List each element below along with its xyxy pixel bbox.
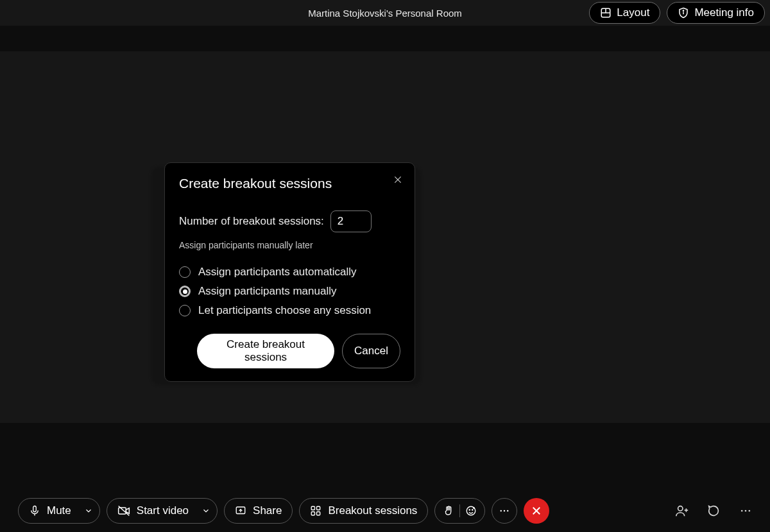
svg-point-25 [507, 510, 508, 511]
divider [459, 504, 460, 517]
radio-icon [179, 286, 191, 297]
close-icon [393, 175, 402, 184]
breakout-icon [310, 505, 321, 517]
radio-choose-any[interactable]: Let participants choose any session [179, 304, 400, 317]
share-screen-icon [235, 505, 246, 517]
mute-button[interactable]: Mute [18, 498, 100, 524]
meeting-info-label: Meeting info [694, 6, 754, 19]
participants-icon [675, 504, 689, 518]
emoji-icon [465, 505, 477, 517]
share-label: Share [253, 504, 282, 517]
breakout-sessions-button[interactable]: Breakout sessions [299, 498, 428, 524]
cancel-button[interactable]: Cancel [342, 334, 400, 368]
start-video-label: Start video [137, 504, 189, 517]
top-bar-right: Layout Meeting info [589, 2, 765, 24]
meeting-info-button[interactable]: Meeting info [667, 2, 765, 24]
raise-hand-icon [443, 505, 454, 517]
radio-label: Assign participants automatically [198, 266, 357, 279]
panel-options-button[interactable] [739, 504, 752, 517]
chevron-down-icon [84, 506, 93, 515]
layout-label: Layout [617, 6, 649, 19]
radio-label: Assign participants manually [198, 285, 336, 298]
svg-rect-9 [118, 508, 126, 514]
dialog-title: Create breakout sessions [179, 176, 400, 191]
right-icons [675, 504, 752, 518]
top-bar: Martina Stojkovski's Personal Room Layou… [0, 0, 770, 26]
start-video-button[interactable]: Start video [107, 498, 218, 524]
close-button[interactable] [390, 172, 406, 187]
svg-rect-14 [312, 506, 315, 510]
svg-point-24 [504, 510, 505, 511]
more-horizontal-icon [499, 505, 510, 517]
svg-point-32 [745, 510, 747, 512]
create-button[interactable]: Create breakout sessions [197, 334, 334, 368]
chevron-down-icon [201, 506, 210, 515]
chat-button[interactable] [707, 504, 721, 518]
dialog-actions: Create breakout sessions Cancel [179, 334, 400, 368]
svg-rect-7 [33, 506, 37, 512]
end-call-button[interactable] [524, 498, 549, 524]
more-options-button[interactable] [492, 498, 517, 524]
layout-button[interactable]: Layout [589, 2, 660, 24]
svg-rect-17 [317, 512, 320, 515]
more-horizontal-icon [739, 504, 752, 517]
svg-point-31 [741, 510, 743, 512]
bottom-toolbar: Mute Start video Share Breakout sessions [0, 496, 770, 532]
svg-point-20 [472, 510, 473, 510]
radio-assign-manual[interactable]: Assign participants manually [179, 285, 400, 298]
video-off-icon [117, 504, 130, 517]
svg-point-28 [678, 506, 683, 511]
session-count-label: Number of breakout sessions: [179, 215, 324, 228]
session-count-input[interactable] [330, 210, 372, 232]
session-count-row: Number of breakout sessions: [179, 210, 400, 232]
mute-label: Mute [47, 504, 71, 517]
svg-point-4 [683, 10, 684, 11]
svg-point-23 [501, 510, 502, 511]
svg-point-19 [469, 510, 470, 510]
participants-button[interactable] [675, 504, 689, 518]
shield-info-icon [678, 7, 689, 19]
grid-icon [600, 7, 612, 19]
radio-label: Let participants choose any session [198, 304, 371, 317]
radio-icon [179, 305, 191, 316]
radio-assign-auto[interactable]: Assign participants automatically [179, 266, 400, 279]
microphone-icon [29, 505, 40, 517]
assign-hint: Assign participants manually later [179, 240, 400, 250]
create-breakout-dialog: Create breakout sessions Number of break… [164, 162, 415, 382]
assign-radio-group: Assign participants automatically Assign… [179, 266, 400, 317]
chat-icon [707, 504, 721, 518]
breakout-label: Breakout sessions [328, 504, 417, 517]
share-button[interactable]: Share [224, 498, 293, 524]
svg-point-33 [749, 510, 751, 512]
close-icon [531, 505, 542, 517]
svg-rect-16 [312, 512, 315, 515]
radio-icon [179, 266, 191, 278]
reactions-button[interactable] [434, 498, 485, 524]
svg-rect-15 [317, 506, 320, 510]
